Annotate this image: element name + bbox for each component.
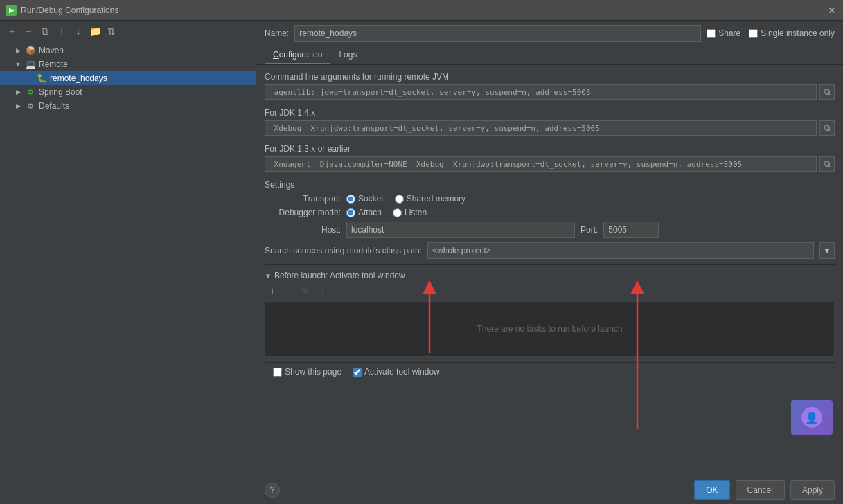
before-launch-toolbar: + − ✎ ↑ ↓ [265, 283, 835, 298]
classpath-label: Search sources using module's class path… [265, 246, 422, 255]
tree-item-remote-hodays[interactable]: 🐛 remote_hodays [0, 71, 256, 85]
cmd-jdk14-input[interactable] [265, 120, 817, 136]
listen-radio-label[interactable]: Listen [393, 208, 427, 217]
attach-radio-label[interactable]: Attach [346, 208, 382, 217]
footer: ? OK Cancel Apply [256, 476, 843, 504]
right-panel: Name: Share Single instance only Configu… [256, 21, 843, 504]
left-panel: + − ⧉ ↑ ↓ 📁 ⇅ ▶ 📦 Maven ▼ 💻 R [0, 21, 256, 504]
host-label: Host: [265, 225, 341, 235]
footer-left: ? [265, 483, 689, 498]
cmd-jdk13-input[interactable] [265, 156, 817, 172]
listen-label: Listen [405, 208, 427, 217]
attach-label: Attach [358, 208, 382, 217]
classpath-row: Search sources using module's class path… [265, 242, 835, 259]
defaults-icon: ⚙ [25, 100, 36, 111]
share-checkbox-label[interactable]: Share [707, 28, 740, 38]
remote-arrow: ▼ [14, 60, 22, 69]
shared-memory-radio-label[interactable]: Shared memory [395, 194, 465, 204]
settings-label: Settings [265, 180, 835, 190]
listen-radio[interactable] [393, 208, 402, 217]
before-launch-title: Before launch: Activate tool window [274, 271, 405, 280]
help-button[interactable]: ? [265, 483, 280, 498]
run-debug-icon: ▶ [6, 5, 17, 16]
window-title: Run/Debug Configurations [21, 6, 118, 15]
copy-jdk13-button[interactable]: ⧉ [819, 156, 835, 172]
show-page-checkbox[interactable] [273, 368, 282, 377]
before-launch-remove-button: − [281, 283, 296, 298]
show-page-checkbox-label[interactable]: Show this page [273, 367, 341, 377]
cmd-main-row: ⧉ [265, 84, 835, 100]
tab-configuration[interactable]: Configuration [265, 46, 330, 64]
maven-label: Maven [39, 46, 64, 55]
classpath-dropdown-button[interactable]: ▼ [819, 242, 835, 259]
config-tree: ▶ 📦 Maven ▼ 💻 Remote 🐛 remote_hodays [0, 42, 256, 504]
remote-hodays-label: remote_hodays [50, 73, 107, 83]
remote-icon: 💻 [25, 59, 36, 70]
before-launch-section: ▼ Before launch: Activate tool window + … [265, 264, 835, 357]
socket-radio[interactable] [346, 195, 355, 204]
before-launch-collapse[interactable]: ▼ [265, 272, 272, 280]
shared-memory-radio[interactable] [395, 195, 404, 204]
before-launch-empty: There are no tasks to run before launch [265, 301, 835, 357]
transport-label: Transport: [265, 194, 341, 204]
spring-boot-arrow: ▶ [14, 88, 22, 96]
move-up-button[interactable]: ↑ [54, 24, 69, 39]
activate-window-checkbox-label[interactable]: Activate tool window [353, 367, 440, 377]
name-label: Name: [265, 28, 289, 38]
name-row: Name: Share Single instance only [256, 21, 843, 46]
before-launch-add-button[interactable]: + [265, 283, 280, 298]
spring-boot-icon: ⚙ [25, 87, 36, 98]
copy-main-button[interactable]: ⧉ [819, 84, 835, 100]
cmd-jdk13-row: ⧉ [265, 156, 835, 172]
move-down-button[interactable]: ↓ [71, 24, 86, 39]
defaults-label: Defaults [39, 101, 69, 111]
copy-config-button[interactable]: ⧉ [37, 24, 53, 39]
tree-item-maven[interactable]: ▶ 📦 Maven [0, 44, 256, 57]
host-input[interactable] [346, 222, 575, 238]
tabs-row: Configuration Logs [256, 46, 843, 65]
spring-boot-label: Spring Boot [39, 87, 82, 97]
port-input[interactable] [603, 222, 659, 238]
left-toolbar: + − ⧉ ↑ ↓ 📁 ⇅ [0, 21, 256, 42]
tree-item-remote[interactable]: ▼ 💻 Remote [0, 57, 256, 71]
transport-row: Transport: Socket Shared memory [265, 194, 835, 204]
attach-radio[interactable] [346, 208, 355, 217]
remote-label: Remote [39, 60, 68, 69]
debugger-mode-row: Debugger mode: Attach Listen [265, 208, 835, 217]
classpath-input[interactable] [427, 242, 814, 259]
transport-radio-group: Socket Shared memory [346, 194, 465, 204]
copy-jdk14-button[interactable]: ⧉ [819, 120, 835, 136]
socket-label: Socket [358, 194, 384, 204]
tree-item-defaults[interactable]: ▶ ⚙ Defaults [0, 99, 256, 113]
single-instance-checkbox-label[interactable]: Single instance only [749, 28, 835, 38]
share-area: Share Single instance only [707, 28, 835, 38]
maven-arrow: ▶ [14, 46, 22, 55]
single-instance-checkbox[interactable] [749, 29, 758, 38]
tree-item-spring-boot[interactable]: ▶ ⚙ Spring Boot [0, 85, 256, 99]
cancel-button[interactable]: Cancel [736, 480, 785, 500]
tab-logs[interactable]: Logs [330, 46, 365, 64]
close-button[interactable]: ✕ [826, 5, 837, 16]
maven-icon: 📦 [25, 45, 36, 56]
name-input[interactable] [294, 25, 701, 42]
folder-button[interactable]: 📁 [87, 24, 103, 39]
socket-radio-label[interactable]: Socket [346, 194, 384, 204]
cmd-main-input[interactable] [265, 84, 817, 100]
apply-button[interactable]: Apply [790, 480, 835, 500]
profile-avatar: 👤 [791, 400, 833, 435]
remove-config-button[interactable]: − [21, 24, 36, 39]
ok-button[interactable]: OK [694, 480, 729, 500]
sort-button[interactable]: ⇅ [104, 24, 119, 39]
activate-window-checkbox[interactable] [353, 368, 362, 377]
before-launch-edit-button: ✎ [298, 283, 313, 298]
bottom-bar: Show this page Activate tool window [265, 362, 835, 381]
main-container: + − ⧉ ↑ ↓ 📁 ⇅ ▶ 📦 Maven ▼ 💻 R [0, 21, 843, 504]
title-bar-left: ▶ Run/Debug Configurations [6, 5, 118, 16]
host-port-row: Host: Port: [265, 222, 835, 238]
add-config-button[interactable]: + [4, 24, 19, 39]
settings-section: Settings Transport: Socket Shared memory [265, 180, 835, 259]
before-launch-up-button: ↑ [314, 283, 330, 298]
share-checkbox[interactable] [707, 29, 716, 38]
content-area: Command line arguments for running remot… [256, 65, 843, 476]
cmd-jdk14-row: ⧉ [265, 120, 835, 136]
